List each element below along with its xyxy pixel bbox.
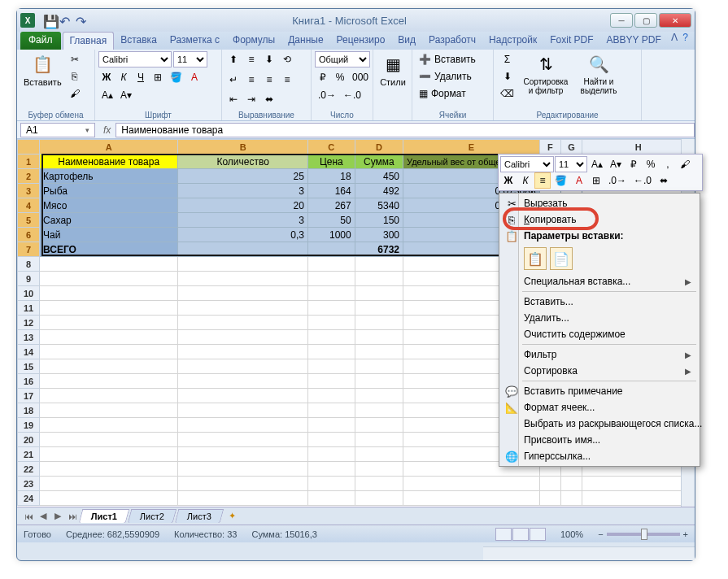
sheet-tab-3[interactable]: Лист3 — [175, 509, 225, 523]
paste-button[interactable]: 📋 Вставить — [20, 51, 65, 89]
number-format-combo[interactable]: Общий — [315, 51, 370, 67]
cell-total-label[interactable]: ВСЕГО — [40, 242, 178, 257]
tab-developer[interactable]: Разработч — [422, 32, 482, 50]
grow-font-button[interactable]: A▴ — [98, 87, 116, 103]
comma-button[interactable]: 000 — [349, 69, 372, 85]
ctx-clear[interactable]: Очистить содержимое — [501, 326, 698, 342]
zoom-out-button[interactable]: − — [598, 529, 603, 539]
cell-sum-0[interactable]: 450 — [355, 169, 403, 184]
row-header-20[interactable]: 20 — [18, 433, 40, 447]
align-left-button[interactable]: ≡ — [243, 72, 259, 88]
zoom-level[interactable]: 100% — [560, 529, 583, 539]
tab-layout[interactable]: Разметка с — [163, 32, 226, 50]
ctx-comment[interactable]: 💬Вставить примечание — [501, 383, 698, 399]
new-sheet-icon[interactable]: ✦ — [229, 511, 236, 521]
save-icon[interactable]: 💾 — [43, 14, 56, 27]
fill-button[interactable]: ⬇ — [497, 68, 517, 85]
ctx-cut[interactable]: ✂Вырезать — [501, 195, 698, 211]
ctx-filter[interactable]: Фильтр▶ — [501, 346, 698, 363]
currency-button[interactable]: ₽ — [315, 69, 331, 85]
cell-qty-4[interactable]: 0,3 — [178, 228, 308, 242]
row-header-9[interactable]: 9 — [18, 272, 40, 286]
col-header-G[interactable]: G — [560, 140, 582, 155]
merge-button[interactable]: ⬌ — [261, 91, 277, 107]
align-center-button[interactable]: ≡ — [261, 72, 277, 88]
col-header-E[interactable]: E — [403, 140, 540, 155]
ctx-sort[interactable]: Сортировка▶ — [501, 363, 698, 379]
cut-button[interactable]: ✂ — [67, 51, 83, 67]
tab-data[interactable]: Данные — [281, 32, 329, 50]
view-layout-button[interactable] — [512, 528, 529, 541]
tab-nav-prev[interactable]: ◀ — [37, 511, 50, 521]
row-header-1[interactable]: 1 — [18, 155, 40, 169]
close-button[interactable]: ✕ — [659, 13, 691, 28]
shrink-font-button[interactable]: A▾ — [117, 87, 135, 103]
mini-inc-decimal[interactable]: .0→ — [605, 172, 630, 189]
fill-color-button[interactable]: 🪣 — [167, 69, 185, 85]
ctx-delete[interactable]: Удалить... — [501, 310, 698, 326]
zoom-slider[interactable] — [607, 533, 680, 536]
row-header-12[interactable]: 12 — [18, 316, 40, 330]
cell-name-3[interactable]: Сахар — [40, 213, 178, 228]
name-box[interactable]: A1 ▾ — [20, 123, 95, 137]
cell-qty-3[interactable]: 3 — [178, 213, 308, 228]
format-painter-button[interactable]: 🖌 — [67, 85, 83, 102]
sort-filter-button[interactable]: ⇅ Сортировка и фильтр — [519, 51, 573, 97]
tab-file[interactable]: Файл — [20, 32, 61, 50]
ctx-define-name[interactable]: Присвоить имя... — [501, 432, 698, 448]
cell-qty-1[interactable]: 3 — [178, 184, 308, 198]
help-icon[interactable]: ? — [682, 32, 688, 50]
ctx-hyperlink[interactable]: 🌐Гиперссылка... — [501, 448, 698, 464]
col-header-D[interactable]: D — [355, 140, 403, 155]
col-header-B[interactable]: B — [178, 140, 308, 155]
col-header-H[interactable]: H — [582, 140, 695, 155]
percent-button[interactable]: % — [332, 69, 348, 85]
font-color-button[interactable]: A — [186, 69, 203, 85]
align-middle-button[interactable]: ≡ — [243, 51, 259, 67]
horizontal-scrollbar[interactable] — [483, 546, 695, 560]
mini-bold[interactable]: Ж — [500, 172, 517, 189]
mini-font-color[interactable]: A — [571, 172, 587, 189]
tab-nav-first[interactable]: ⏮ — [22, 512, 35, 521]
cell-qty-0[interactable]: 25 — [178, 169, 308, 184]
row-header-15[interactable]: 15 — [18, 359, 40, 374]
tab-nav-last[interactable]: ⏭ — [66, 512, 79, 521]
row-header-2[interactable]: 2 — [18, 169, 40, 184]
border-button[interactable]: ⊞ — [150, 69, 166, 85]
mini-shrink-font[interactable]: A▾ — [607, 156, 625, 172]
row-header-7[interactable]: 7 — [18, 242, 40, 257]
tab-insert[interactable]: Вставка — [114, 32, 163, 50]
ctx-dropdown-list[interactable]: Выбрать из раскрывающегося списка... — [501, 416, 698, 432]
cell-price-1[interactable]: 164 — [307, 184, 355, 198]
redo-icon[interactable]: ↷ — [76, 14, 89, 27]
tab-home[interactable]: Главная — [63, 32, 115, 50]
formula-input[interactable]: Наименование товара — [116, 123, 695, 137]
cell-price-3[interactable]: 50 — [307, 213, 355, 228]
underline-button[interactable]: Ч — [133, 69, 149, 85]
row-header-22[interactable]: 22 — [18, 462, 40, 477]
col-header-F[interactable]: F — [539, 140, 560, 155]
tab-addins[interactable]: Надстройк — [482, 32, 543, 50]
autosum-button[interactable]: Σ — [497, 51, 517, 67]
row-header-16[interactable]: 16 — [18, 374, 40, 389]
paste-option-2[interactable]: 📄 — [550, 247, 573, 270]
header-sum[interactable]: Сумма — [355, 155, 403, 169]
zoom-in-button[interactable]: + — [683, 529, 688, 539]
tab-view[interactable]: Вид — [391, 32, 422, 50]
styles-button[interactable]: ▦ Стили — [377, 51, 409, 89]
cell-sum-4[interactable]: 300 — [355, 228, 403, 242]
mini-currency[interactable]: ₽ — [626, 156, 642, 172]
mini-size-combo[interactable]: 11 — [555, 156, 587, 172]
cell-price-0[interactable]: 18 — [307, 169, 355, 184]
cell-name-0[interactable]: Картофель — [40, 169, 178, 184]
row-header-21[interactable]: 21 — [18, 447, 40, 462]
mini-font-combo[interactable]: Calibri — [500, 156, 554, 172]
row-header-13[interactable]: 13 — [18, 330, 40, 345]
row-header-8[interactable]: 8 — [18, 257, 40, 272]
tab-foxit[interactable]: Foxit PDF — [543, 32, 599, 50]
format-cells-button[interactable]: ▦ Формат — [416, 85, 490, 102]
col-header-C[interactable]: C — [307, 140, 355, 155]
mini-align-center[interactable]: ≡ — [534, 172, 551, 189]
tab-formulas[interactable]: Формулы — [226, 32, 281, 50]
increase-indent-button[interactable]: ⇥ — [243, 91, 259, 107]
